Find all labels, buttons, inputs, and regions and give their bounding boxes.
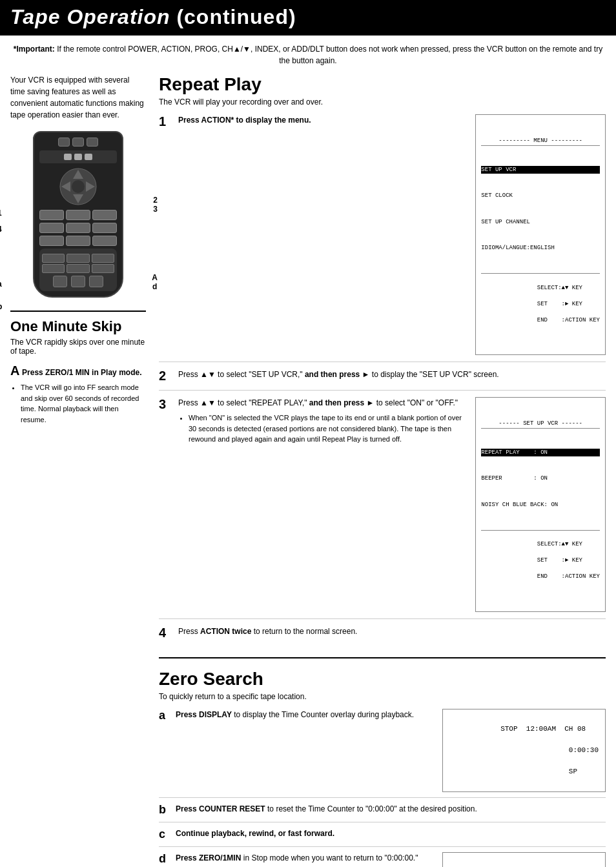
step-c-content: Continue playback, rewind, or fast forwa… [176,828,606,839]
remote-label-4: 4 [0,225,2,234]
page-header: Tape Operation (continued) [0,0,616,36]
remote-btn [92,264,114,273]
zero-search-step-d: d Press ZERO/1MIN in Stop mode when you … [159,852,606,867]
title-subtitle: (continued) [176,5,296,28]
remote-label-Ad: A d [152,273,158,291]
zero-search-step-b: b Press COUNTER RESET to reset the Time … [159,803,606,822]
step-num-a: a [159,709,170,722]
important-text: If the remote control POWER, ACTION, PRO… [57,45,602,65]
step-4-content: Press ACTION twice to return to the norm… [178,626,606,640]
step-3-bullets: When "ON" is selected the VCR plays the … [178,413,470,445]
svg-point-5 [72,180,85,193]
repeat-play-subtitle: The VCR will play your recording over an… [159,97,606,107]
main-layout: Your VCR is equipped with several time s… [0,74,616,867]
one-minute-skip-section: One Minute Skip The VCR rapidly skips ov… [10,311,146,425]
vcr-intro-text: Your VCR is equipped with several time s… [10,74,146,121]
one-minute-skip-step-a: A Press ZERO/1 MIN in Play mode. [10,363,146,378]
remote-btn [53,276,67,287]
page-title: Tape Operation (continued) [10,5,606,29]
repeat-play-step-2: 2 Press ▲▼ to select "SET UP VCR," and t… [159,369,606,391]
zero-search-step-a: a Press DISPLAY to display the Time Coun… [159,709,606,799]
important-note: *Important: If the remote control POWER,… [0,43,616,74]
remote-btn [39,210,64,220]
remote-label-23: 2 3 [153,196,158,214]
remote-btn [87,138,98,147]
step-num-c: c [159,828,170,841]
left-column: Your VCR is equipped with several time s… [10,74,146,867]
remote-btn [66,236,90,246]
remote-label-b: b [0,302,2,311]
section-divider [159,657,606,658]
remote-btn [39,236,64,246]
one-minute-skip-title: One Minute Skip [10,318,146,335]
remote-btn [66,210,90,220]
zero-search-section: Zero Search To quickly return to a speci… [159,669,606,867]
remote-btn [67,254,89,263]
bullet-item: The VCR will go into FF search mode and … [21,382,146,425]
repeat-play-step-3: 3 Press ▲▼ to select "REPEAT PLAY," and … [159,397,606,619]
one-minute-skip-subtitle: The VCR rapidly skips over one minute of… [10,338,146,356]
step-num-d: d [159,852,170,866]
zero-search-subtitle: To quickly return to a specific tape loc… [159,692,606,701]
zero-search-step-c: c Continue playback, rewind, or fast for… [159,828,606,847]
vcr-screen-d: STOP 12:00AM CH 08 0:00:00 SP [442,852,606,867]
step-num-3: 3 [159,397,173,612]
remote-btn [89,276,103,287]
title-main: Tape Operation [10,5,170,28]
remote-body [33,131,123,298]
step-d-content: Press ZERO/1MIN in Stop mode when you wa… [176,852,437,867]
step-b-content: Press COUNTER RESET to reset the Time Co… [176,803,606,815]
remote-btn [58,138,70,147]
remote-btn [39,223,64,233]
repeat-play-section: Repeat Play The VCR will play your recor… [159,74,606,647]
repeat-play-title: Repeat Play [159,74,606,95]
repeat-play-step-1: 1 Press ACTION* to display the menu. ---… [159,114,606,362]
remote-btn [72,138,84,147]
zero-search-title: Zero Search [159,669,606,689]
remote-btn [92,210,117,220]
remote-btn [42,264,65,273]
remote-btn [71,276,85,287]
remote-btn [42,254,65,263]
remote-label-1: 1 · [0,209,2,227]
remote-btn [92,223,117,233]
repeat-play-step-4: 4 Press ACTION twice to return to the no… [159,626,606,647]
remote-display [39,150,117,163]
remote-label-a: a [0,280,2,289]
step-a-content: Press DISPLAY to display the Time Counte… [176,709,437,720]
menu-box-1: --------- MENU --------- SET UP VCR SET … [475,114,606,355]
remote-btn [92,254,114,263]
step-a-label: A [10,363,19,378]
vcr-screen-a: STOP 12:00AM CH 08 0:00:30 SP [442,709,606,793]
remote-btn [66,223,90,233]
step-3-content: Press ▲▼ to select "REPEAT PLAY," and th… [178,397,606,612]
step-num-2: 2 [159,369,173,383]
step-2-content: Press ▲▼ to select "SET UP VCR," and the… [178,369,606,383]
important-label: *Important: [14,45,55,54]
right-column: Repeat Play The VCR will play your recor… [159,74,606,867]
one-minute-skip-bullets: The VCR will go into FF search mode and … [10,382,146,425]
step-3-bullet: When "ON" is selected the VCR plays the … [189,413,470,445]
dpad-icon [59,167,98,206]
step-1-content: Press ACTION* to display the menu. -----… [178,114,606,355]
step-num-1: 1 [159,114,173,355]
remote-btn [67,264,89,273]
remote-btn [92,236,117,246]
step-num-b: b [159,803,170,817]
remote-illustration: 1 · 4 2 3 a b A d [10,131,146,298]
menu-box-3: ------ SET UP VCR ------ REPEAT PLAY : O… [475,397,606,612]
remote-bottom-area [39,249,117,291]
step-num-4: 4 [159,626,173,640]
step-a-text: Press ZERO/1 MIN in Play mode. [22,368,141,377]
